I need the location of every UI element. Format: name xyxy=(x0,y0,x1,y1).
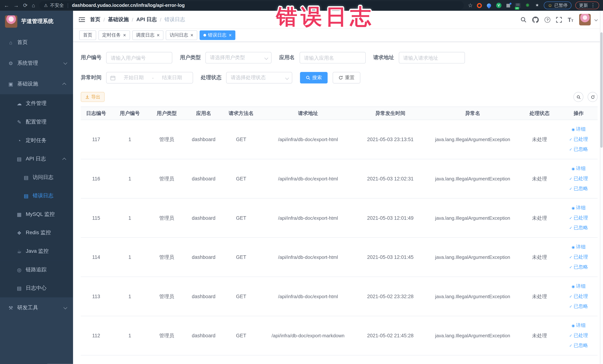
action-detail[interactable]: ◉详细 xyxy=(571,165,586,172)
filter-app-name: 应用名 xyxy=(279,52,366,63)
action-detail[interactable]: ◉详细 xyxy=(571,322,586,329)
user-type-select[interactable]: 请选择用户类型 xyxy=(205,52,272,63)
github-icon[interactable] xyxy=(532,16,539,23)
sidebar-item-label: 定时任务 xyxy=(26,137,46,144)
toggle-search-button[interactable] xyxy=(573,92,583,102)
font-size-icon[interactable]: TT xyxy=(568,17,573,23)
browser-forward-icon[interactable]: → xyxy=(13,3,19,8)
extension-on-badge-icon[interactable] xyxy=(515,2,521,8)
sidebar-item-job[interactable]: ◔定时任务 xyxy=(0,131,73,150)
cell-status: 未处理 xyxy=(520,175,559,182)
sidebar-item-redis[interactable]: ❖Redis 监控 xyxy=(0,223,73,242)
sidebar-item-api-log[interactable]: ▤API 日志 xyxy=(0,150,73,168)
sidebar-item-log-center[interactable]: ▤日志中心 xyxy=(0,279,73,297)
sidebar-item-java[interactable]: ☕Java 监控 xyxy=(0,242,73,260)
tab-close-icon[interactable]: × xyxy=(190,33,193,38)
sidebar-item-error-log[interactable]: ▤错误日志 xyxy=(0,187,73,205)
chevron-down-icon xyxy=(63,305,67,309)
tab-label: 调度日志 xyxy=(136,32,155,38)
sidebar-item-access-log[interactable]: ▤访问日志 xyxy=(0,168,73,187)
extensions-puzzle-icon[interactable]: ✶ xyxy=(534,2,540,8)
search-button[interactable]: 搜索 xyxy=(300,72,327,83)
action-ignored[interactable]: ✓已忽略 xyxy=(569,225,588,231)
action-detail[interactable]: ◉详细 xyxy=(571,244,586,250)
bookmark-star-icon[interactable]: ☆ xyxy=(468,2,473,8)
action-processed[interactable]: ✓已处理 xyxy=(569,136,588,143)
tab-close-icon[interactable]: × xyxy=(123,33,126,38)
user-id-input[interactable] xyxy=(106,52,172,63)
sidebar-item-config[interactable]: ✎配置管理 xyxy=(0,113,73,131)
table-row: 1121管理员dashboardGET/api/infra/db-doc/exp… xyxy=(81,316,598,355)
extension-green-v-icon[interactable]: V xyxy=(496,2,502,8)
check-icon: ✓ xyxy=(569,147,572,152)
tab-定时任务[interactable]: 定时任务× xyxy=(98,30,130,40)
app-name-input[interactable] xyxy=(299,52,366,63)
search-icon[interactable] xyxy=(521,16,527,23)
date-range-picker[interactable]: 开始日期 - 结束日期 xyxy=(106,72,193,83)
sidebar-item-infra[interactable]: ▣基础设施 xyxy=(0,73,73,94)
action-processed[interactable]: ✓已处理 xyxy=(569,293,588,300)
tab-错误日志[interactable]: 错误日志× xyxy=(199,30,235,40)
update-button[interactable]: 更新 ⋮ xyxy=(575,1,599,9)
browser-reload-icon[interactable]: ⟳ xyxy=(23,3,27,8)
tab-访问日志[interactable]: 访问日志× xyxy=(166,30,197,40)
browser-menu-icon[interactable]: ⋮ xyxy=(591,3,595,8)
eye-icon: ◉ xyxy=(571,245,575,249)
address-bar[interactable]: ⚠ 不安全 dashboard.yudao.iocoder.cn/infra/l… xyxy=(39,1,464,10)
scrollbar-thumb[interactable] xyxy=(600,32,603,148)
reset-button[interactable]: 重置 xyxy=(333,72,360,83)
cell-user_id: 1 xyxy=(112,333,148,339)
action-ignored[interactable]: ✓已忽略 xyxy=(569,186,588,192)
start-date-placeholder: 开始日期 xyxy=(117,74,151,81)
page-scrollbar[interactable] xyxy=(600,11,603,364)
sidebar-item-home[interactable]: ⌂首页 xyxy=(0,32,73,53)
extension-grid-icon[interactable]: ▦ xyxy=(506,2,511,8)
user-avatar[interactable] xyxy=(579,14,591,25)
action-detail[interactable]: ◉详细 xyxy=(571,205,586,211)
sidebar-item-system[interactable]: ⚙系统管理 xyxy=(0,53,73,73)
tab-调度日志[interactable]: 调度日志× xyxy=(132,30,163,40)
action-ignored[interactable]: ✓已忽略 xyxy=(569,342,588,349)
tab-close-icon[interactable]: × xyxy=(229,33,232,38)
action-processed[interactable]: ✓已处理 xyxy=(569,176,588,182)
fullscreen-icon[interactable] xyxy=(556,17,562,23)
action-ignored[interactable]: ✓已忽略 xyxy=(569,303,588,310)
tab-close-icon[interactable]: × xyxy=(157,33,160,38)
action-ignored[interactable]: ✓已忽略 xyxy=(569,264,588,270)
breadcrumb-item[interactable]: API 日志 xyxy=(136,16,157,23)
sidebar-item-dev-tools[interactable]: ⚒研发工具 xyxy=(0,297,73,318)
action-label: 详细 xyxy=(576,283,586,290)
breadcrumb-item[interactable]: 基础设施 xyxy=(108,16,129,23)
sidebar-item-mysql[interactable]: ▦MySQL 监控 xyxy=(0,205,73,224)
search-icon xyxy=(306,75,310,80)
browser-back-icon[interactable]: ← xyxy=(4,3,9,8)
extension-orange-icon[interactable] xyxy=(476,2,482,8)
help-icon[interactable]: ? xyxy=(545,17,550,23)
app-logo[interactable]: 芋道管理系统 xyxy=(0,11,73,32)
sidebar-item-trace[interactable]: ◎链路追踪 xyxy=(0,260,73,279)
cell-url: /api/infra/db-doc/export-html xyxy=(260,176,356,181)
column-header-user_id: 用户编号 xyxy=(112,107,148,120)
breadcrumb-item[interactable]: 首页 xyxy=(90,16,100,23)
sidebar-item-label: 访问日志 xyxy=(33,174,53,181)
request-url-input[interactable] xyxy=(399,52,465,63)
collapse-sidebar-icon[interactable] xyxy=(79,17,85,22)
action-detail[interactable]: ◉详细 xyxy=(571,126,586,133)
action-processed[interactable]: ✓已处理 xyxy=(569,254,588,260)
export-button[interactable]: 导出 xyxy=(81,92,105,102)
process-status-select[interactable]: 请选择处理状态 xyxy=(226,72,292,83)
action-processed[interactable]: ✓已处理 xyxy=(569,332,588,339)
breadcrumb-separator: / xyxy=(132,17,133,23)
refresh-table-button[interactable] xyxy=(588,92,598,102)
extension-leaf-icon[interactable]: ❋ xyxy=(525,2,530,8)
browser-home-icon[interactable]: ⌂ xyxy=(32,3,35,8)
action-ignored[interactable]: ✓已忽略 xyxy=(569,146,588,153)
action-processed[interactable]: ✓已处理 xyxy=(569,215,588,221)
action-detail[interactable]: ◉详细 xyxy=(571,283,586,290)
extension-blue-icon[interactable] xyxy=(486,2,492,8)
tab-首页[interactable]: 首页 xyxy=(79,30,96,40)
sidebar-item-file[interactable]: ☁文件管理 xyxy=(0,94,73,113)
avatar-caret-down-icon[interactable] xyxy=(594,18,598,21)
paused-pill-button[interactable]: ☺ 已暂停 xyxy=(544,1,571,9)
cell-exception: java.lang.IllegalArgumentException xyxy=(425,254,520,260)
